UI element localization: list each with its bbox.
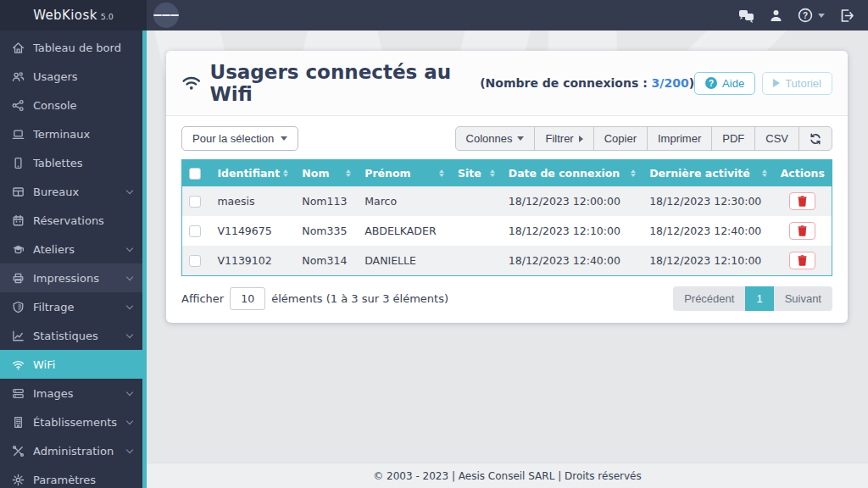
- col-header-derniere-activite[interactable]: Dernière activité: [643, 160, 774, 187]
- row-checkbox[interactable]: [189, 196, 201, 208]
- sidebar-item-console[interactable]: Console: [0, 91, 142, 119]
- brand-logo: WebKiosk 5.0: [0, 0, 147, 30]
- cell-nom: Nom314: [295, 246, 358, 276]
- page-1-button[interactable]: 1: [745, 286, 773, 311]
- delete-button[interactable]: [789, 222, 815, 240]
- wifi-icon: [12, 358, 25, 371]
- copyright-text: © 2003 - 2023 | Aesis Conseil SARL | Dro…: [373, 470, 641, 482]
- columns-button[interactable]: Colonnes: [455, 126, 536, 151]
- sidebar-item-filtrage[interactable]: Filtrage: [0, 292, 142, 321]
- row-checkbox[interactable]: [189, 225, 201, 237]
- sidebar-item-label: Tableau de bord: [33, 42, 121, 54]
- user-button[interactable]: [769, 8, 783, 23]
- help-button[interactable]: ? Aide: [694, 72, 755, 95]
- logout-button[interactable]: [839, 8, 854, 23]
- col-header-identifiant[interactable]: Identifiant: [210, 160, 295, 187]
- col-header-date-connexion[interactable]: Date de connexion: [502, 160, 643, 187]
- col-header-prenom[interactable]: Prénom: [358, 160, 451, 187]
- main-content: WK Usagers connectés au Wifi (Nombre de …: [147, 30, 868, 463]
- chevron-down-icon: [126, 302, 133, 308]
- cell-prenom: Marco: [358, 186, 451, 216]
- filter-button[interactable]: Filtrer: [534, 126, 593, 151]
- brand-version: 5.0: [101, 12, 114, 21]
- application-window: WebKiosk 5.0 Tableau de bord Usagers Con…: [0, 0, 868, 488]
- header-actions: ? Aide Tutoriel: [694, 72, 832, 95]
- cell-derniere-activite: 18/12/2023 12:30:00: [643, 186, 774, 216]
- question-icon: ?: [705, 77, 717, 89]
- col-header-nom[interactable]: Nom: [295, 160, 358, 187]
- server-icon: [12, 387, 25, 400]
- sidebar-item-tablettes[interactable]: Tablettes: [0, 148, 142, 177]
- cell-date-connexion: 18/12/2023 12:10:00: [502, 216, 643, 246]
- sidebar-item-label: Tablettes: [33, 157, 83, 169]
- hamburger-icon: [153, 14, 162, 16]
- sidebar-item-administration[interactable]: Administration: [0, 436, 142, 465]
- page-size-label: Afficher: [181, 292, 224, 305]
- messages-button[interactable]: [738, 8, 754, 23]
- sidebar-item-label: Filtrage: [33, 301, 74, 313]
- sidebar-item-impressions[interactable]: Impressions: [0, 263, 142, 292]
- pdf-button[interactable]: PDF: [711, 126, 755, 151]
- sidebar-item-usagers[interactable]: Usagers: [0, 62, 142, 91]
- sidebar-item-tableau-de-bord[interactable]: Tableau de bord: [0, 33, 142, 62]
- sort-icon: [346, 169, 351, 177]
- sidebar-item-label: Administration: [33, 445, 114, 458]
- table-row: maesis Nom113 Marco 18/12/2023 12:00:00 …: [182, 186, 832, 216]
- sort-icon: [490, 169, 495, 177]
- printer-icon: [12, 272, 25, 285]
- gear-icon: [12, 474, 25, 486]
- sidebar-item-label: Réservations: [33, 214, 104, 227]
- wifi-icon: [181, 73, 201, 93]
- brand-name: WebKiosk: [33, 8, 97, 23]
- refresh-icon: [810, 133, 821, 145]
- sidebar-item-label: Impressions: [33, 272, 99, 285]
- page-size-input[interactable]: [230, 287, 265, 310]
- next-page-button[interactable]: Suivant: [774, 286, 832, 311]
- sidebar-item-bureaux[interactable]: Bureaux: [0, 177, 142, 206]
- csv-button[interactable]: CSV: [754, 126, 799, 151]
- page-footer: © 2003 - 2023 | Aesis Conseil SARL | Dro…: [147, 463, 868, 488]
- building-icon: [12, 416, 25, 429]
- print-button[interactable]: Imprimer: [647, 126, 712, 151]
- sidebar-item-etablissements[interactable]: Établissements: [0, 408, 142, 436]
- row-checkbox[interactable]: [189, 255, 201, 267]
- cell-identifiant: V1139102: [210, 246, 295, 276]
- cell-identifiant: maesis: [210, 186, 295, 216]
- select-all-header: [182, 160, 211, 187]
- sidebar-item-label: Console: [33, 99, 77, 112]
- sidebar-item-label: Ateliers: [33, 243, 75, 256]
- graduation-cap-icon: [12, 243, 25, 256]
- previous-page-button[interactable]: Précédent: [673, 286, 745, 311]
- refresh-button[interactable]: [798, 126, 832, 151]
- delete-button[interactable]: [789, 192, 815, 210]
- page-title: Usagers connectés au Wifi: [209, 61, 472, 105]
- tutorial-button[interactable]: Tutoriel: [762, 72, 832, 95]
- sidebar-item-reservations[interactable]: Réservations: [0, 206, 142, 235]
- delete-button[interactable]: [789, 252, 815, 269]
- sidebar-item-ateliers[interactable]: Ateliers: [0, 235, 142, 263]
- sort-icon: [631, 169, 636, 177]
- sidebar-item-label: Établissements: [33, 416, 117, 429]
- sidebar-item-label: WiFi: [33, 358, 55, 371]
- sidebar-item-parametres[interactable]: Paramètres: [0, 465, 142, 488]
- connections-count-label: (Nombre de connexions : 3/200): [480, 76, 694, 90]
- chart-icon: [12, 330, 25, 342]
- wifi-users-card: Usagers connectés au Wifi (Nombre de con…: [166, 51, 848, 323]
- chevron-down-icon: [281, 136, 287, 141]
- sidebar-item-terminaux[interactable]: Terminaux: [0, 119, 142, 148]
- sidebar-item-wifi[interactable]: WiFi: [0, 350, 147, 379]
- selection-dropdown[interactable]: Pour la sélection: [181, 126, 298, 151]
- sort-icon: [439, 169, 444, 177]
- select-all-checkbox[interactable]: [189, 168, 201, 180]
- cell-nom: Nom335: [295, 216, 358, 246]
- col-header-site[interactable]: Site: [451, 160, 502, 187]
- menu-toggle-button[interactable]: [153, 3, 179, 28]
- sidebar-item-images[interactable]: Images: [0, 379, 142, 408]
- chevron-down-icon: [126, 417, 133, 424]
- copy-button[interactable]: Copier: [593, 126, 648, 151]
- col-header-actions: Actions: [774, 160, 832, 187]
- sidebar-item-statistiques[interactable]: Statistiques: [0, 321, 142, 350]
- shield-icon: [12, 301, 25, 313]
- chevron-down-icon: [818, 14, 825, 18]
- help-button[interactable]: ?: [798, 8, 825, 23]
